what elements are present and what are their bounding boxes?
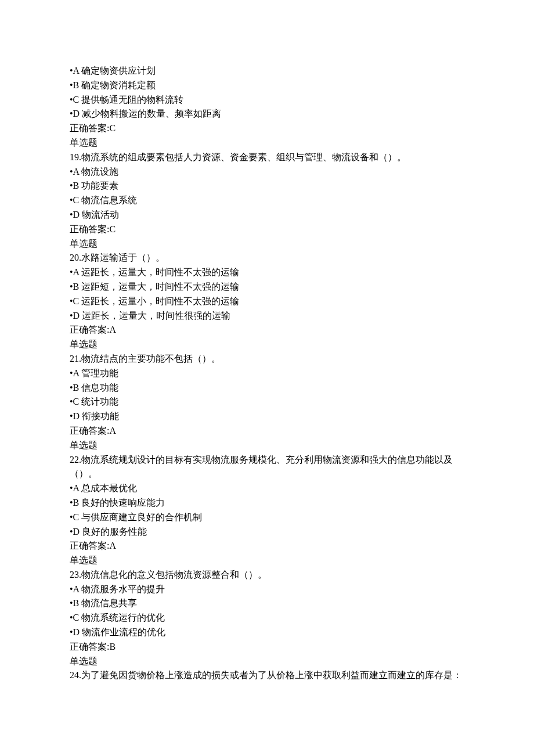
text-line: •D 物流活动 bbox=[70, 208, 464, 222]
text-line: 单选题 bbox=[70, 136, 464, 150]
text-line: •B 良好的快速响应能力 bbox=[70, 496, 464, 510]
text-line: •C 提供畅通无阻的物料流转 bbox=[70, 93, 464, 107]
text-line: •B 运距短，运量大，时间性不太强的运输 bbox=[70, 280, 464, 294]
text-line: 单选题 bbox=[70, 438, 464, 453]
text-line: •A 确定物资供应计划 bbox=[70, 64, 464, 78]
text-line: •D 物流作业流程的优化 bbox=[70, 625, 464, 640]
text-line: 23.物流信息化的意义包括物流资源整合和（）。 bbox=[70, 568, 464, 582]
text-line: •C 统计功能 bbox=[70, 395, 464, 409]
text-line: •A 总成本最优化 bbox=[70, 481, 464, 496]
text-line: •B 确定物资消耗定额 bbox=[70, 78, 464, 93]
text-line: •B 功能要素 bbox=[70, 179, 464, 193]
text-line: •C 物流信息系统 bbox=[70, 193, 464, 208]
text-line: 正确答案:A bbox=[70, 424, 464, 438]
text-line: 单选题 bbox=[70, 237, 464, 251]
text-line: •B 物流信息共享 bbox=[70, 596, 464, 611]
text-line: 单选题 bbox=[70, 337, 464, 352]
text-line: •D 衔接功能 bbox=[70, 409, 464, 424]
text-line: •D 运距长，运量大，时间性很强的运输 bbox=[70, 309, 464, 323]
text-line: •C 物流系统运行的优化 bbox=[70, 611, 464, 625]
text-line: 20.水路运输适于（）。 bbox=[70, 251, 464, 265]
text-line: 正确答案:A bbox=[70, 539, 464, 553]
text-line: 19.物流系统的组成要素包括人力资源、资金要素、组织与管理、物流设备和（）。 bbox=[70, 150, 464, 165]
text-line: 21.物流结点的主要功能不包括（）。 bbox=[70, 352, 464, 366]
text-line: •A 物流设施 bbox=[70, 165, 464, 179]
text-line: 单选题 bbox=[70, 654, 464, 669]
text-line: •A 管理功能 bbox=[70, 366, 464, 381]
document-body: •A 确定物资供应计划•B 确定物资消耗定额•C 提供畅通无阻的物料流转•D 减… bbox=[70, 64, 464, 683]
text-line: 22.物流系统规划设计的目标有实现物流服务规模化、充分利用物流资源和强大的信息功… bbox=[70, 453, 464, 482]
text-line: 正确答案:C bbox=[70, 222, 464, 237]
text-line: 单选题 bbox=[70, 553, 464, 568]
text-line: •D 减少物料搬运的数量、频率如距离 bbox=[70, 107, 464, 121]
text-line: •B 信息功能 bbox=[70, 381, 464, 395]
text-line: 正确答案:B bbox=[70, 640, 464, 654]
text-line: •C 运距长，运量小，时间性不太强的运输 bbox=[70, 294, 464, 309]
text-line: •C 与供应商建立良好的合作机制 bbox=[70, 510, 464, 525]
text-line: •A 物流服务水平的提升 bbox=[70, 582, 464, 597]
text-line: 正确答案:A bbox=[70, 323, 464, 337]
text-line: •A 运距长，运量大，时间性不太强的运输 bbox=[70, 265, 464, 280]
text-line: •D 良好的服务性能 bbox=[70, 525, 464, 539]
text-line: 正确答案:C bbox=[70, 121, 464, 136]
text-line: 24.为了避免因货物价格上涨造成的损失或者为了从价格上涨中获取利益而建立而建立的… bbox=[70, 668, 464, 683]
document-page: •A 确定物资供应计划•B 确定物资消耗定额•C 提供畅通无阻的物料流转•D 减… bbox=[0, 0, 534, 756]
